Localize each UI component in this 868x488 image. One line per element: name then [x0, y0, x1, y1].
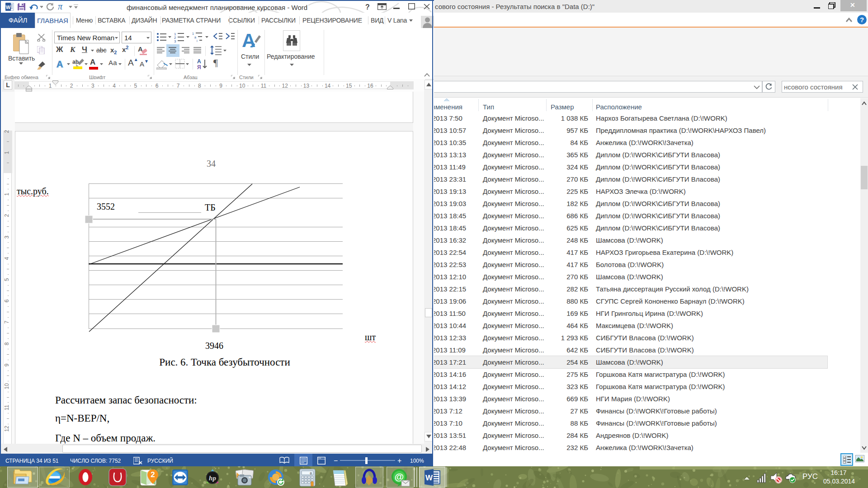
svg-text:π: π [58, 3, 63, 10]
svg-text:3: 3 [174, 39, 176, 42]
svg-text:Я: Я [197, 64, 201, 70]
svg-text:А: А [197, 58, 201, 65]
svg-text:А: А [57, 59, 63, 69]
svg-text:0: 0 [310, 471, 312, 475]
svg-text:a: a [194, 36, 196, 39]
svg-text:1: 1 [192, 32, 194, 35]
svg-text:hp: hp [209, 474, 216, 482]
svg-text:2: 2 [151, 470, 155, 479]
svg-text:i: i [197, 39, 198, 42]
svg-text:ab: ab [72, 59, 79, 65]
svg-text:W: W [425, 474, 433, 482]
svg-text:W: W [6, 5, 11, 10]
